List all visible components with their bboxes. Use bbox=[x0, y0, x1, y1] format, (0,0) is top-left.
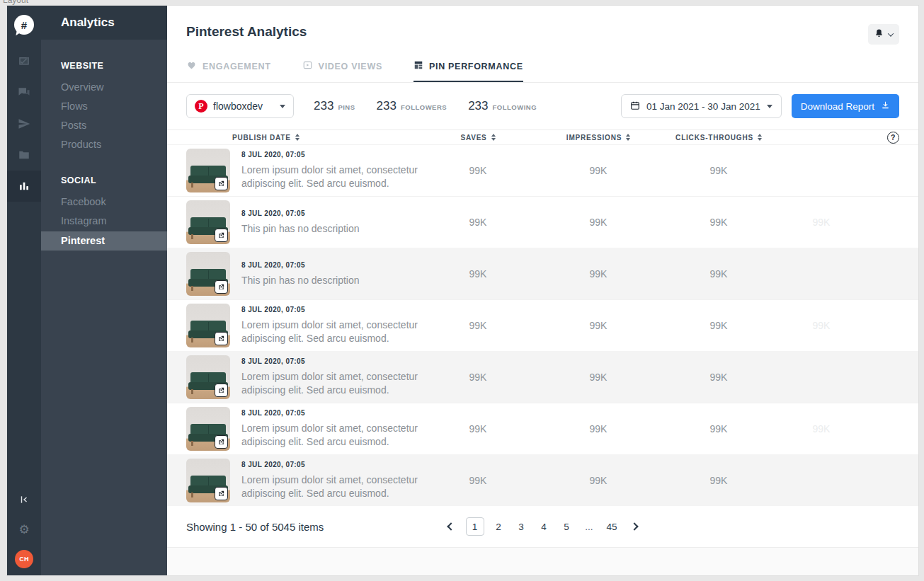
rail-item-content[interactable] bbox=[7, 46, 41, 77]
pin-thumbnail[interactable] bbox=[186, 304, 230, 347]
pin-thumbnail[interactable] bbox=[186, 252, 230, 296]
ghost-value: 99K bbox=[779, 423, 864, 435]
table-row[interactable]: 8 JUL 2020, 07:05 This pin has no descri… bbox=[167, 196, 918, 248]
external-link-icon[interactable] bbox=[215, 332, 228, 345]
external-link-icon[interactable] bbox=[215, 177, 228, 190]
analytics-sidebar: Analytics WEBSITE Overview Flows Posts P… bbox=[41, 6, 167, 575]
column-saves[interactable]: SAVES bbox=[418, 134, 538, 142]
sidebar-item-instagram[interactable]: Instagram bbox=[41, 212, 167, 230]
user-avatar[interactable]: CH bbox=[15, 550, 33, 568]
next-page-button[interactable] bbox=[627, 517, 645, 536]
sidebar-item-pinterest[interactable]: Pinterest bbox=[41, 231, 167, 251]
column-publish-date[interactable]: PUBLISH DATE bbox=[186, 134, 418, 142]
pin-thumbnail[interactable] bbox=[186, 459, 230, 502]
chat-bubbles-icon bbox=[18, 86, 30, 99]
clicks-value: 99K bbox=[658, 217, 779, 228]
impressions-value: 99K bbox=[538, 372, 658, 383]
pin-description: Lorem ipsum dolor sit amet, consectetur … bbox=[241, 370, 418, 397]
media-check-icon bbox=[18, 55, 30, 68]
saves-value: 99K bbox=[418, 423, 538, 435]
pin-thumbnail[interactable] bbox=[186, 200, 230, 244]
table-footer: Showing 1 - 50 of 5045 items 12345...45 bbox=[167, 506, 918, 547]
help-icon[interactable]: ? bbox=[887, 132, 899, 144]
sidebar-item-overview[interactable]: Overview bbox=[41, 79, 167, 96]
chevron-down-icon bbox=[888, 30, 894, 36]
sort-icon bbox=[295, 134, 300, 141]
saves-value: 99K bbox=[418, 372, 538, 383]
app-window: # bbox=[7, 6, 918, 575]
pin-table-icon bbox=[413, 60, 423, 72]
page-current[interactable]: 1 bbox=[466, 517, 484, 536]
table-row[interactable]: 8 JUL 2020, 07:05 Lorem ipsum dolor sit … bbox=[167, 299, 918, 351]
download-report-button[interactable]: Download Report bbox=[792, 94, 899, 118]
account-name: flowboxdev bbox=[213, 100, 274, 112]
pin-thumbnail[interactable] bbox=[186, 355, 230, 399]
date-range-picker[interactable]: 01 Jan 2021 - 30 Jan 2021 bbox=[621, 94, 782, 118]
tab-engagement[interactable]: ENGAGEMENT bbox=[186, 60, 271, 82]
external-link-icon[interactable] bbox=[215, 384, 228, 397]
page-link[interactable]: 4 bbox=[536, 517, 552, 536]
account-dropdown[interactable]: P flowboxdev bbox=[186, 94, 294, 118]
external-link-icon[interactable] bbox=[215, 487, 228, 500]
tab-bar: ENGAGEMENT VIDEO VIEWS PIN PERFORMANCE bbox=[167, 60, 918, 83]
clicks-value: 99K bbox=[658, 372, 779, 383]
showing-count: Showing 1 - 50 of 5045 items bbox=[186, 521, 441, 533]
sidebar-item-posts[interactable]: Posts bbox=[41, 117, 167, 134]
previous-page-button[interactable] bbox=[441, 517, 460, 536]
table-row[interactable]: 8 JUL 2020, 07:05 This pin has no descri… bbox=[167, 248, 918, 299]
caret-down-icon bbox=[280, 105, 285, 108]
column-impressions[interactable]: IMPRESSIONS bbox=[538, 134, 658, 142]
external-link-icon[interactable] bbox=[215, 435, 228, 449]
clicks-value: 99K bbox=[658, 268, 779, 280]
page-link[interactable]: 3 bbox=[513, 517, 530, 536]
page-link[interactable]: 45 bbox=[604, 517, 620, 536]
page-ellipsis: ... bbox=[581, 517, 598, 536]
column-clicks-throughs[interactable]: CLICKS-THROUGHS bbox=[658, 134, 779, 142]
ghost-value: 99K bbox=[779, 217, 864, 228]
account-stats: 233 PINS 233 FOLLOWERS 233 FOLLOWING bbox=[314, 99, 537, 113]
pin-description: This pin has no description bbox=[241, 222, 360, 236]
pin-description: Lorem ipsum dolor sit amet, consectetur … bbox=[241, 318, 418, 345]
pin-description: This pin has no description bbox=[241, 274, 360, 287]
clicks-value: 99K bbox=[658, 165, 779, 176]
impressions-value: 99K bbox=[538, 165, 658, 176]
page-link[interactable]: 5 bbox=[559, 517, 575, 536]
pinterest-logo-icon: P bbox=[195, 100, 207, 113]
sidebar-item-flows[interactable]: Flows bbox=[41, 98, 167, 115]
tab-pin-performance[interactable]: PIN PERFORMANCE bbox=[413, 60, 523, 82]
bell-icon bbox=[874, 28, 884, 40]
clicks-value: 99K bbox=[658, 423, 779, 435]
brand-logo-icon[interactable]: # bbox=[14, 15, 34, 35]
folder-icon bbox=[18, 149, 30, 161]
rail-item-publish[interactable] bbox=[7, 108, 41, 139]
external-link-icon[interactable] bbox=[215, 280, 228, 294]
table-header: PUBLISH DATE SAVES IMPRESSIONS CLICKS-TH… bbox=[167, 130, 918, 144]
rail-item-messages[interactable] bbox=[7, 77, 41, 108]
collapse-icon bbox=[19, 495, 29, 505]
table-row[interactable]: 8 JUL 2020, 07:05 Lorem ipsum dolor sit … bbox=[167, 403, 918, 454]
external-link-icon[interactable] bbox=[215, 229, 228, 242]
publish-date: 8 JUL 2020, 07:05 bbox=[241, 357, 418, 365]
tab-video-views[interactable]: VIDEO VIEWS bbox=[302, 60, 382, 82]
table-row[interactable]: 8 JUL 2020, 07:05 Lorem ipsum dolor sit … bbox=[167, 454, 918, 506]
page-link[interactable]: 2 bbox=[491, 517, 507, 536]
table-row[interactable]: 8 JUL 2020, 07:05 Lorem ipsum dolor sit … bbox=[167, 351, 918, 403]
sidebar-title: Analytics bbox=[41, 6, 167, 40]
notifications-button[interactable] bbox=[868, 24, 899, 45]
sidebar-item-products[interactable]: Products bbox=[41, 136, 167, 154]
settings-button[interactable]: ⚙ bbox=[7, 514, 41, 544]
impressions-value: 99K bbox=[538, 217, 658, 228]
toolbar: P flowboxdev 233 PINS 233 FOLLOWERS 233 … bbox=[167, 83, 918, 130]
sort-icon bbox=[491, 134, 496, 141]
bar-chart-icon bbox=[18, 180, 30, 192]
caret-down-icon bbox=[767, 105, 772, 108]
paper-plane-icon bbox=[18, 117, 30, 130]
rail-item-library[interactable] bbox=[7, 139, 41, 171]
table-row[interactable]: 8 JUL 2020, 07:05 Lorem ipsum dolor sit … bbox=[167, 144, 918, 196]
pin-thumbnail[interactable] bbox=[186, 407, 230, 451]
rail-item-analytics[interactable] bbox=[7, 171, 41, 202]
sidebar-item-facebook[interactable]: Facebook bbox=[41, 193, 167, 211]
sidebar-section-social: SOCIAL bbox=[41, 164, 167, 192]
collapse-sidebar-button[interactable] bbox=[7, 485, 41, 514]
pin-thumbnail[interactable] bbox=[186, 149, 230, 192]
